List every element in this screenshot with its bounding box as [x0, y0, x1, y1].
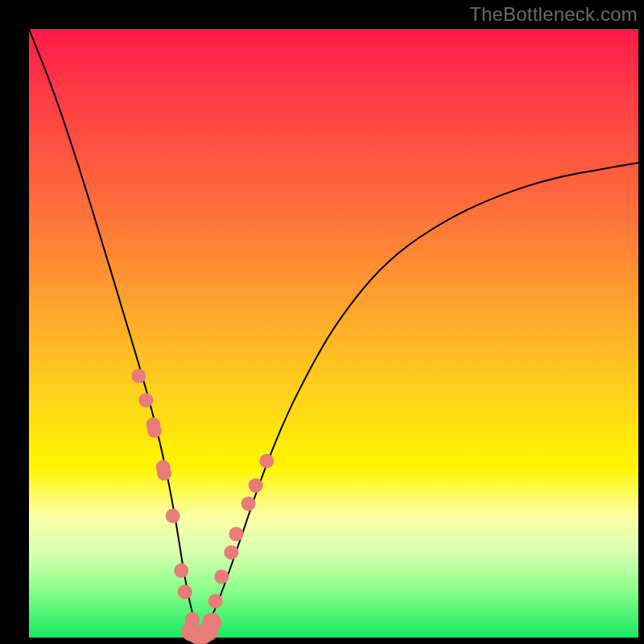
data-marker — [242, 497, 256, 511]
chart-frame: TheBottleneck.com — [0, 0, 644, 644]
data-marker — [138, 393, 153, 407]
data-marker — [224, 545, 238, 559]
chart-svg — [29, 29, 638, 638]
data-marker — [208, 594, 223, 609]
data-marker — [157, 466, 171, 481]
data-marker — [131, 369, 146, 383]
data-marker — [174, 564, 188, 578]
data-marker — [147, 423, 162, 438]
data-marker — [178, 584, 192, 599]
left-branch-markers — [131, 369, 200, 626]
right-branch-markers — [208, 454, 275, 609]
data-marker — [166, 509, 180, 523]
data-marker — [249, 478, 263, 493]
watermark-text: TheBottleneck.com — [469, 3, 638, 26]
bottleneck-curve — [29, 29, 638, 630]
data-marker — [229, 526, 243, 541]
data-marker — [259, 454, 274, 469]
plot-area — [29, 29, 638, 638]
data-marker — [214, 569, 229, 584]
data-marker — [202, 613, 221, 632]
